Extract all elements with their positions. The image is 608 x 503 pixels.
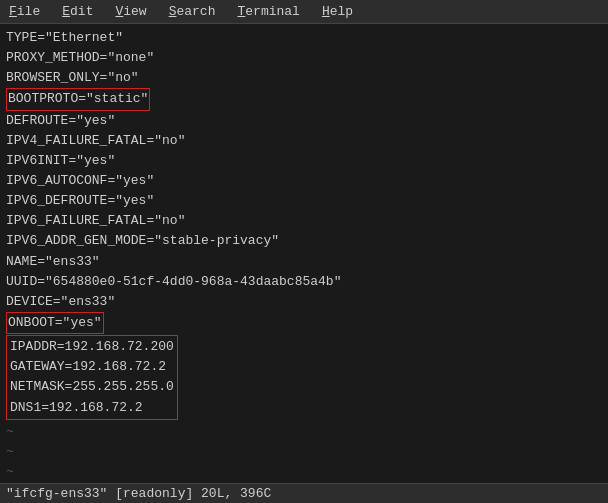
line-10: IPV6_FAILURE_FATAL="no" [6,211,602,231]
line-3: BROWSER_ONLY="no" [6,68,602,88]
menu-file[interactable]: File [6,3,43,20]
menu-help[interactable]: Help [319,3,356,20]
menu-view[interactable]: View [112,3,149,20]
app-window: File Edit View Search Terminal Help TYPE… [0,0,608,503]
tilde-2: ~ [6,442,602,462]
line-8: IPV6_AUTOCONF="yes" [6,171,602,191]
line-dns1: DNS1=192.168.72.2 [10,398,174,418]
line-15: ONBOOT="yes" [6,312,602,334]
line-ipaddr: IPADDR=192.168.72.200 [10,337,174,357]
line-netmask: NETMASK=255.255.255.0 [10,377,174,397]
line-6: IPV4_FAILURE_FATAL="no" [6,131,602,151]
line-1: TYPE="Ethernet" [6,28,602,48]
line-7: IPV6INIT="yes" [6,151,602,171]
line-4: BOOTPROTO="static" [6,88,602,110]
status-bar: "ifcfg-ens33" [readonly] 20L, 396C [0,483,608,503]
menu-bar: File Edit View Search Terminal Help [0,0,608,24]
menu-search[interactable]: Search [166,3,219,20]
line-5: DEFROUTE="yes" [6,111,602,131]
line-gateway: GATEWAY=192.168.72.2 [10,357,174,377]
onboot-highlight: ONBOOT="yes" [6,312,104,334]
ip-group-box: IPADDR=192.168.72.200 GATEWAY=192.168.72… [6,335,178,420]
tilde-3: ~ [6,462,602,482]
line-11: IPV6_ADDR_GEN_MODE="stable-privacy" [6,231,602,251]
line-13: UUID="654880e0-51cf-4dd0-968a-43daabc85a… [6,272,602,292]
tilde-1: ~ [6,422,602,442]
content-area: TYPE="Ethernet" PROXY_METHOD="none" BROW… [0,24,608,483]
status-text: "ifcfg-ens33" [readonly] 20L, 396C [6,486,271,501]
bootproto-highlight: BOOTPROTO="static" [6,88,150,110]
menu-terminal[interactable]: Terminal [234,3,302,20]
line-12: NAME="ens33" [6,252,602,272]
line-14: DEVICE="ens33" [6,292,602,312]
menu-edit[interactable]: Edit [59,3,96,20]
line-2: PROXY_METHOD="none" [6,48,602,68]
line-9: IPV6_DEFROUTE="yes" [6,191,602,211]
tilde-4: ~ [6,482,602,483]
